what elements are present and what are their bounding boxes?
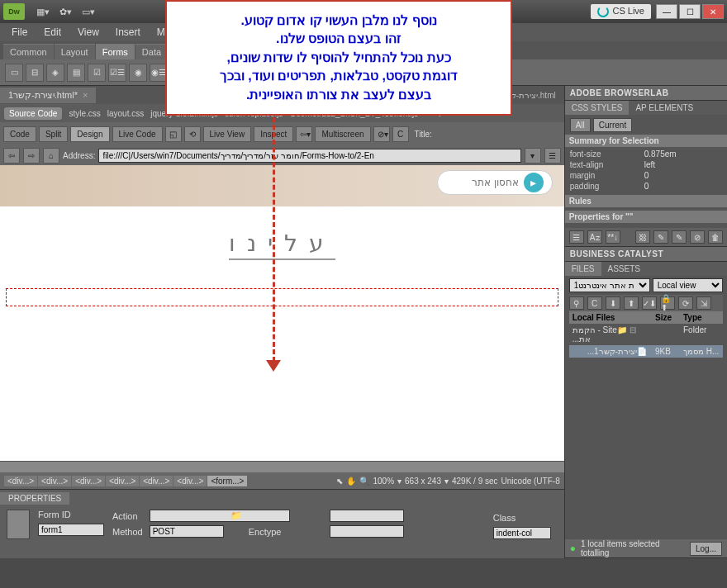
cs-live-button[interactable]: CS Live [591, 4, 651, 19]
document-tab[interactable]: יצירת-קשר1.html* × [0, 88, 96, 103]
refresh-files-icon[interactable]: C [587, 296, 602, 310]
new-rule-icon[interactable]: ✎ [653, 230, 668, 244]
horizontal-scrollbar[interactable] [0, 461, 564, 472]
textarea-icon[interactable]: ▤ [67, 64, 85, 82]
menu-file[interactable]: File [3, 26, 36, 38]
menu-view[interactable]: View [69, 26, 107, 38]
address-dropdown-icon[interactable]: ▾ [525, 148, 541, 164]
checkbox-icon[interactable]: ☑ [88, 64, 106, 82]
live-code-button[interactable]: Live Code [112, 126, 163, 142]
radio-icon[interactable]: ◉ [129, 64, 147, 82]
layout-menu-icon[interactable]: ▦▾ [31, 7, 55, 17]
back-icon[interactable]: ⇦ [3, 148, 20, 164]
form-icon[interactable]: ▭ [5, 64, 23, 82]
get-icon[interactable]: ⬇ [606, 296, 620, 310]
assets-tab[interactable]: ASSETS [601, 262, 647, 276]
code-view-button[interactable]: Code [3, 126, 36, 142]
attach-stylesheet-icon[interactable]: ⛓ [635, 230, 650, 244]
source-code-button[interactable]: Source Code [4, 107, 62, 120]
zoom-value[interactable]: 100% [373, 477, 394, 486]
form-id-input[interactable] [38, 524, 104, 536]
search-arrow-icon[interactable]: ▸ [524, 173, 544, 192]
minimize-button[interactable]: — [656, 4, 677, 19]
tag-item[interactable]: <div...> [72, 476, 105, 486]
live-view-button[interactable]: Live View [203, 126, 252, 142]
properties-tab[interactable]: PROPERTIES [0, 492, 69, 505]
enctype-select[interactable] [330, 525, 404, 538]
tab-layout[interactable]: Layout [55, 44, 95, 59]
tab-common[interactable]: Common [3, 44, 54, 59]
ap-elements-tab[interactable]: AP ELEMENTS [629, 101, 700, 115]
tag-item[interactable]: <div...> [4, 476, 37, 486]
close-button[interactable]: ✕ [702, 4, 724, 19]
extend-menu-icon[interactable]: ✿▾ [55, 7, 77, 17]
browserlab-panel-header[interactable]: ADOBE BROWSERLAB [565, 86, 727, 100]
live-data-icon[interactable]: ⟲ [184, 126, 201, 142]
delete-rule-icon[interactable]: 🗑 [708, 230, 723, 244]
method-select[interactable] [150, 525, 224, 538]
inspect-icon[interactable]: ◱ [165, 126, 182, 142]
tag-item[interactable]: <div...> [106, 476, 139, 486]
edit-rule-icon[interactable]: ✎ [672, 230, 687, 244]
window-dims[interactable]: 663 x 243 [405, 477, 441, 486]
related-file[interactable]: style.css [69, 109, 100, 118]
checkin-icon[interactable]: 🔒⬆ [660, 296, 675, 310]
menu-insert[interactable]: Insert [107, 26, 149, 38]
tag-item[interactable]: <div...> [140, 476, 173, 486]
put-icon[interactable]: ⬆ [624, 296, 639, 310]
css-property-row[interactable]: font-size0.875em [570, 149, 722, 159]
tag-item-active[interactable]: <form...> [207, 476, 247, 486]
multiscreen-button[interactable]: Multiscreen [315, 126, 370, 142]
css-property-row[interactable]: text-alignleft [570, 159, 722, 170]
file-tree-row[interactable]: ⊟📁Site - הקמת את... Folder [569, 324, 723, 345]
address-input[interactable] [98, 149, 520, 163]
sync-icon[interactable]: ⟳ [678, 296, 693, 310]
target-input[interactable] [330, 510, 404, 522]
checkout-icon[interactable]: ✓⬇ [642, 296, 657, 310]
home-icon[interactable]: ⌂ [43, 148, 59, 164]
refresh-icon[interactable]: C [392, 126, 409, 142]
folder-browse-icon[interactable]: 📁 [230, 510, 242, 521]
disable-rule-icon[interactable]: ⊘ [690, 230, 705, 244]
edit-options-icon[interactable]: ☰ [544, 148, 561, 164]
zoom-tool-icon[interactable]: 🔍 [359, 477, 369, 486]
css-current-button[interactable]: Current [593, 118, 632, 132]
site-select[interactable]: ת אתר אינטרנט1 [569, 278, 650, 292]
connect-icon[interactable]: ⚲ [569, 296, 584, 310]
tag-item[interactable]: <div...> [38, 476, 71, 486]
checkbox-group-icon[interactable]: ☑☰ [108, 64, 126, 82]
design-view-canvas[interactable]: ▸ אחסון אתר עלינו [0, 165, 564, 461]
tag-item[interactable]: <div...> [173, 476, 207, 486]
category-view-icon[interactable]: ☰ [569, 230, 584, 244]
related-file[interactable]: layout.css [107, 109, 144, 118]
hand-tool-icon[interactable]: ✋ [346, 477, 356, 486]
close-tab-icon[interactable]: × [83, 90, 88, 100]
file-tree-row[interactable]: 📄יצירת-קשר1... 9KB מסמך H... [569, 345, 723, 358]
form-outline[interactable] [6, 288, 558, 306]
browser-nav-icon[interactable]: ⇦▾ [296, 126, 312, 142]
log-button[interactable]: Log... [690, 542, 722, 556]
preview-icon[interactable]: ⊘▾ [373, 126, 390, 142]
css-property-row[interactable]: margin0 [570, 170, 722, 181]
css-styles-tab[interactable]: CSS STYLES [565, 101, 630, 115]
list-view-icon[interactable]: Aᴢ [587, 230, 602, 244]
tab-forms[interactable]: Forms [96, 44, 135, 59]
split-view-button[interactable]: Split [39, 126, 68, 142]
text-field-icon[interactable]: ⊟ [26, 64, 44, 82]
view-select[interactable]: Local view [653, 278, 723, 292]
hidden-field-icon[interactable]: ◈ [46, 64, 64, 82]
set-view-icon[interactable]: **↓ [606, 230, 620, 244]
design-view-button[interactable]: Design [70, 126, 109, 142]
class-select[interactable] [493, 527, 551, 539]
files-tab[interactable]: FILES [565, 262, 601, 276]
forward-icon[interactable]: ⇨ [23, 148, 40, 164]
css-all-button[interactable]: All [570, 118, 591, 132]
business-catalyst-header[interactable]: BUSINESS CATALYST [565, 247, 727, 261]
css-property-row[interactable]: padding0 [570, 181, 722, 192]
pointer-tool-icon[interactable]: ⬉ [336, 477, 343, 486]
menu-edit[interactable]: Edit [36, 26, 69, 38]
page-search-box[interactable]: ▸ אחסון אתר [437, 170, 553, 195]
maximize-button[interactable]: ☐ [679, 4, 701, 19]
site-menu-icon[interactable]: ▭▾ [77, 7, 100, 17]
expand-icon[interactable]: ⇲ [696, 296, 711, 310]
